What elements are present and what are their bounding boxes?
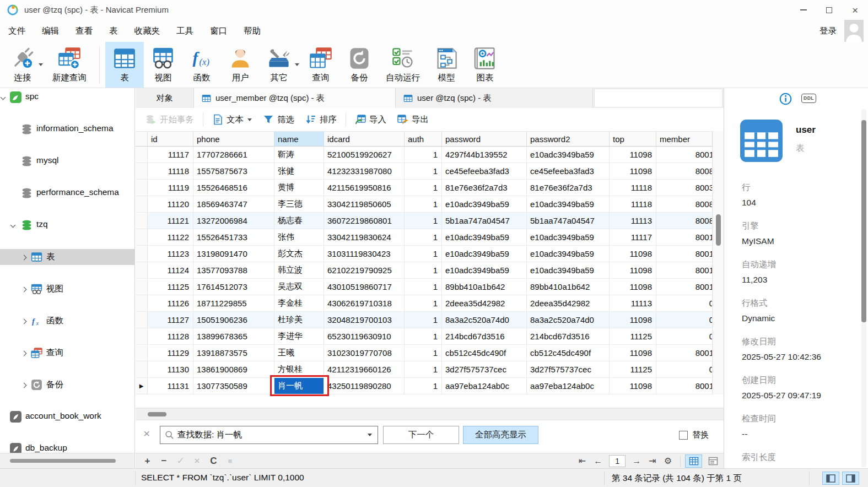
- toolbar-button-others[interactable]: 其它: [260, 42, 298, 88]
- cell-phone[interactable]: 13577093788: [193, 262, 274, 278]
- sidebar-horizontal-scrollbar[interactable]: [0, 453, 135, 468]
- sidebar-item-views[interactable]: 视图: [0, 281, 134, 297]
- cell-auth[interactable]: 1: [405, 345, 442, 361]
- minimize-button[interactable]: [790, 0, 816, 20]
- cell-phone[interactable]: 15526468516: [193, 180, 274, 196]
- cell-top[interactable]: 11098: [610, 378, 656, 394]
- cell-idcard[interactable]: 42115619950816: [324, 180, 405, 196]
- cell-password[interactable]: e10adc3949ba59: [442, 196, 527, 212]
- cell-password2[interactable]: 89bb410a1b642: [527, 279, 610, 295]
- cell-name[interactable]: 张伟: [274, 229, 324, 245]
- column-header-idcard[interactable]: idcard: [324, 132, 405, 146]
- cell-top[interactable]: 11113: [610, 295, 656, 311]
- cell-member[interactable]: 8001: [656, 147, 713, 163]
- cell-password2[interactable]: e10adc3949ba59: [527, 196, 610, 212]
- cell-name[interactable]: 靳涛: [274, 147, 324, 163]
- stop-button[interactable]: ■: [225, 457, 235, 464]
- cell-member[interactable]: 8008: [656, 213, 713, 229]
- cell-password[interactable]: cb512c45dc490f: [442, 345, 527, 361]
- cell-phone[interactable]: 13861900869: [193, 361, 274, 377]
- info-icon[interactable]: [779, 93, 792, 105]
- cell-auth[interactable]: 1: [405, 147, 442, 163]
- row-marker-cell[interactable]: [136, 180, 148, 196]
- sidebar-horizontal-scrollbar-thumb[interactable]: [10, 459, 116, 463]
- user-avatar[interactable]: [844, 20, 864, 42]
- chevron-down-icon[interactable]: [10, 223, 16, 228]
- cell-password2[interactable]: 3d27f575737cec: [527, 361, 610, 377]
- cell-id[interactable]: 11124: [148, 262, 193, 278]
- cell-top[interactable]: 11098: [610, 147, 656, 163]
- cell-password2[interactable]: 2deea35d42982: [527, 295, 610, 311]
- tab-objects[interactable]: 对象: [136, 88, 194, 108]
- cell-password[interactable]: 5b1aa747a04547: [442, 213, 527, 229]
- cell-auth[interactable]: 1: [405, 213, 442, 229]
- sidebar-item-queries[interactable]: 查询: [0, 345, 134, 361]
- table-toolbar-export-button[interactable]: 导出: [397, 114, 429, 126]
- menu-item-edit[interactable]: 编辑: [34, 20, 67, 42]
- cell-id[interactable]: 11125: [148, 279, 193, 295]
- cell-top[interactable]: 11098: [610, 312, 656, 328]
- cell-password[interactable]: 214bcd67d3516: [442, 328, 527, 344]
- cell-member[interactable]: 8003: [656, 180, 713, 196]
- cell-member[interactable]: 8001: [656, 246, 713, 262]
- cell-password[interactable]: 3d27f575737cec: [442, 361, 527, 377]
- highlight-all-button[interactable]: 全部高亮显示: [463, 426, 538, 444]
- sidebar-item-db-backup[interactable]: db_backup: [0, 441, 134, 453]
- menu-item-favorites[interactable]: 收藏夹: [126, 20, 169, 42]
- cell-idcard[interactable]: 33042119830624: [324, 229, 405, 245]
- grid-vertical-scrollbar[interactable]: [713, 131, 724, 394]
- cell-auth[interactable]: 1: [405, 295, 442, 311]
- cell-id[interactable]: 11130: [148, 361, 193, 377]
- toggle-left-pane-button[interactable]: [822, 472, 839, 485]
- find-next-button[interactable]: 下一个: [383, 426, 459, 444]
- cell-name[interactable]: 方银桂: [274, 361, 324, 377]
- cell-id[interactable]: 11131: [148, 378, 193, 394]
- cell-auth[interactable]: 1: [405, 361, 442, 377]
- cell-password2[interactable]: e10adc3949ba59: [527, 246, 610, 262]
- cell-password2[interactable]: 214bcd67d3516: [527, 328, 610, 344]
- cell-auth[interactable]: 1: [405, 328, 442, 344]
- tab-user[interactable]: user @tzq (spc) - 表: [396, 88, 593, 108]
- cell-top[interactable]: 11118: [610, 180, 656, 196]
- row-marker-cell[interactable]: [136, 262, 148, 278]
- toolbar-button-automation[interactable]: 自动运行: [379, 42, 427, 88]
- cell-auth[interactable]: 1: [405, 279, 442, 295]
- cell-id[interactable]: 11119: [148, 180, 193, 196]
- menu-item-tools[interactable]: 工具: [168, 20, 202, 42]
- info-panel-scrollbar-thumb[interactable]: [861, 120, 866, 322]
- last-page-button[interactable]: ⇥: [649, 457, 656, 466]
- cell-auth[interactable]: 1: [405, 262, 442, 278]
- table-toolbar-filter-button[interactable]: 筛选: [263, 114, 294, 126]
- cell-member[interactable]: 8001: [656, 262, 713, 278]
- column-header-top[interactable]: top: [610, 132, 656, 146]
- row-marker-cell[interactable]: [136, 213, 148, 229]
- apply-changes-button[interactable]: ✓: [176, 456, 185, 466]
- cell-phone[interactable]: 18569463747: [193, 196, 274, 212]
- cell-password[interactable]: ce45efeeba3fad3: [442, 163, 527, 179]
- chevron-down-icon[interactable]: [1, 95, 6, 100]
- cell-phone[interactable]: 13272006984: [193, 213, 274, 229]
- cell-idcard[interactable]: 31031119830423: [324, 246, 405, 262]
- column-header-phone[interactable]: phone: [193, 132, 274, 146]
- row-marker-cell[interactable]: [136, 196, 148, 212]
- find-bar-close-icon[interactable]: ×: [143, 428, 150, 439]
- cell-auth[interactable]: 1: [405, 312, 442, 328]
- cell-id[interactable]: 11121: [148, 213, 193, 229]
- cell-id[interactable]: 11126: [148, 295, 193, 311]
- column-header-name[interactable]: name: [274, 132, 324, 146]
- table-toolbar-sort-button[interactable]: 排序: [305, 114, 337, 126]
- cell-id[interactable]: 11129: [148, 345, 193, 361]
- cell-password2[interactable]: 5b1aa747a04547: [527, 213, 610, 229]
- column-header-member[interactable]: member: [656, 132, 713, 146]
- cell-phone[interactable]: 15526451733: [193, 229, 274, 245]
- cell-top[interactable]: 11118: [610, 196, 656, 212]
- info-panel-scrollbar[interactable]: [861, 109, 866, 467]
- cell-top[interactable]: 11098: [610, 279, 656, 295]
- cell-member[interactable]: 8001: [656, 378, 713, 394]
- toolbar-button-model[interactable]: 模型: [427, 42, 466, 88]
- cell-password[interactable]: 89bb410a1b642: [442, 279, 527, 295]
- sidebar-item-information-schema[interactable]: information_schema: [0, 121, 134, 137]
- cell-idcard[interactable]: 65230119630910: [324, 328, 405, 344]
- sidebar-item-tables[interactable]: 表: [0, 249, 134, 265]
- cell-name[interactable]: 李进华: [274, 328, 324, 344]
